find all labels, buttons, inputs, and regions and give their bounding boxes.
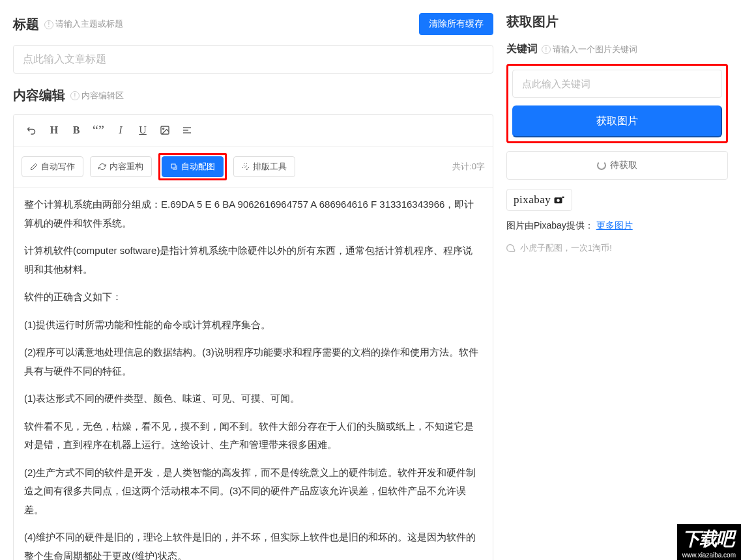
italic-icon[interactable]: I [110, 120, 131, 141]
heading-icon[interactable]: H [44, 120, 65, 141]
image-panel-title: 获取图片 [506, 13, 728, 31]
content-paragraph: 软件看不见，无色，枯燥，看不见，摸不到，闻不到。软件大部分存在于人们的头脑或纸上… [24, 417, 482, 455]
rebuild-button[interactable]: 内容重构 [90, 156, 152, 177]
content-paragraph: (4)维护不同的硬件是旧的，理论上软件是旧的，并不坏，但实际上软件也是旧的和坏的… [24, 528, 482, 560]
info-icon: ! [44, 20, 53, 29]
highlight-keyword-box: 获取图片 [506, 64, 728, 143]
svg-rect-8 [562, 197, 564, 198]
editor-box: H B “” I U 自动写作 内容重构 [13, 114, 493, 560]
undo-icon[interactable] [22, 120, 42, 141]
editor-hint: !内容编辑区 [70, 90, 124, 102]
keyword-label: 关键词 [506, 42, 538, 56]
layers-icon [170, 163, 178, 171]
svg-point-1 [163, 128, 164, 130]
footer-note: 小虎子配图，一次1淘币! [506, 242, 728, 254]
wand-icon [242, 163, 250, 171]
fetch-status: 待获取 [506, 151, 728, 180]
clear-cache-button[interactable]: 清除所有缓存 [419, 13, 493, 35]
editor-header: 内容编辑 !内容编辑区 [13, 87, 493, 104]
content-paragraph: 计算机软件(computer software)是指计算机系统中除硬件以外的所有… [24, 242, 482, 279]
highlight-auto-image: 自动配图 [158, 153, 227, 180]
word-count: 共计:0字 [452, 161, 485, 173]
provider-text: 图片由Pixabay提供： 更多图片 [506, 220, 728, 232]
format-toolbar: H B “” I U [14, 115, 493, 147]
content-paragraph: (1)提供运行时所需功能和性能的命令或计算机程序集合。 [24, 316, 482, 335]
fetch-image-button[interactable]: 获取图片 [512, 105, 722, 137]
title-hint: !请输入主题或标题 [44, 18, 123, 30]
action-toolbar: 自动写作 内容重构 自动配图 排版工具 共计:0字 [14, 147, 493, 188]
info-icon: ! [70, 91, 80, 100]
svg-point-7 [557, 199, 560, 203]
loading-icon [597, 161, 606, 170]
align-icon[interactable] [177, 120, 197, 141]
content-paragraph: (2)程序可以满意地处理信息的数据结构。(3)说明程序功能要求和程序需要的文档的… [24, 343, 482, 380]
bold-icon[interactable]: B [66, 120, 87, 141]
keyword-label-row: 关键词 !请输入一个图片关键词 [506, 42, 728, 56]
underline-icon[interactable]: U [132, 120, 153, 141]
title-header: 标题 !请输入主题或标题 清除所有缓存 [13, 13, 493, 35]
image-icon[interactable] [154, 120, 175, 141]
svg-rect-5 [171, 164, 175, 168]
layout-tool-button[interactable]: 排版工具 [233, 156, 295, 177]
title-label: 标题 [13, 16, 39, 33]
content-paragraph: (2)生产方式不同的软件是开发，是人类智能的高发挥，而不是传统意义上的硬件制造。… [24, 464, 482, 520]
camera-icon [553, 195, 565, 204]
editor-label: 内容编辑 [13, 87, 65, 104]
keyword-hint: !请输入一个图片关键词 [542, 44, 637, 55]
title-input[interactable] [13, 45, 493, 74]
content-paragraph: (1)表达形式不同的硬件类型、颜色、味道、可见、可摸、可闻。 [24, 389, 482, 408]
auto-write-button[interactable]: 自动写作 [22, 156, 83, 177]
content-paragraph: 软件的正确含义如下： [24, 288, 482, 307]
cloud-icon [506, 244, 517, 252]
pencil-icon [30, 163, 38, 171]
watermark: 下载吧 www.xiazaiba.com [677, 524, 741, 560]
auto-image-button[interactable]: 自动配图 [162, 156, 224, 177]
keyword-input[interactable] [512, 70, 722, 98]
refresh-icon [98, 163, 106, 171]
content-paragraph: 整个计算机系统由两部分组成：E.69DA 5 E 6 BA 9062616964… [24, 195, 482, 232]
quote-icon[interactable]: “” [88, 120, 109, 141]
content-area[interactable]: 整个计算机系统由两部分组成：E.69DA 5 E 6 BA 9062616964… [14, 188, 493, 560]
info-icon: ! [542, 45, 551, 54]
pixabay-badge: pixabay [506, 189, 572, 211]
more-images-link[interactable]: 更多图片 [596, 220, 633, 231]
